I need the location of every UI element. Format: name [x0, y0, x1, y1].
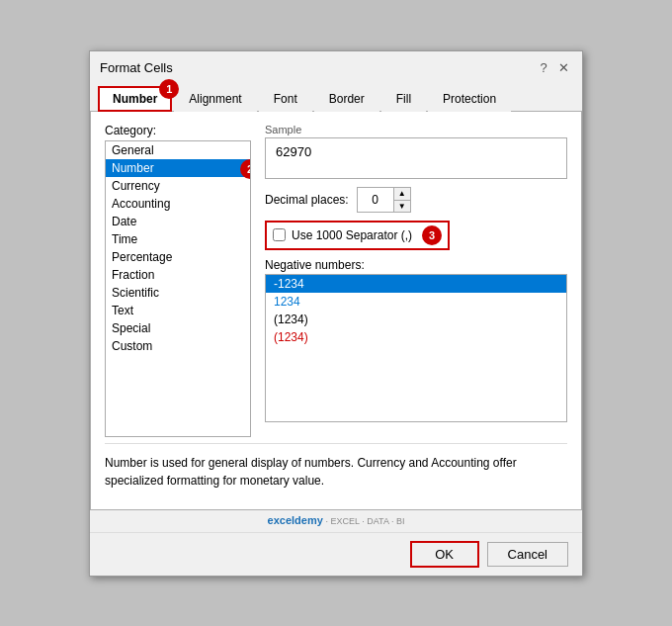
title-bar-left: Format Cells — [100, 60, 173, 75]
title-bar: Format Cells ? ✕ — [90, 51, 582, 81]
watermark: exceldemy · EXCEL · DATA · BI — [90, 510, 582, 532]
cancel-button[interactable]: Cancel — [487, 542, 568, 567]
category-item-special[interactable]: Special — [106, 319, 250, 337]
category-item-fraction[interactable]: Fraction — [106, 266, 250, 284]
neg-item-2[interactable]: (1234) — [266, 311, 566, 328]
button-bar: OK Cancel — [90, 532, 582, 576]
category-item-percentage[interactable]: Percentage — [106, 248, 250, 266]
tab-font[interactable]: Font — [259, 86, 312, 112]
separator-row: Use 1000 Separator (,) 3 — [265, 221, 450, 250]
tab-number[interactable]: Number 1 — [98, 86, 172, 112]
decimal-spinner[interactable]: ▲ ▼ — [357, 187, 411, 213]
spin-up-button[interactable]: ▲ — [394, 188, 410, 200]
category-item-time[interactable]: Time — [106, 230, 250, 248]
category-label: Category: — [105, 124, 251, 137]
spinner-buttons: ▲ ▼ — [393, 188, 410, 212]
tab-alignment[interactable]: Alignment — [174, 86, 256, 112]
decimal-input[interactable] — [358, 188, 393, 212]
neg-item-1[interactable]: 1234 — [266, 293, 566, 311]
options-section: Sample 62970 Decimal places: ▲ ▼ — [265, 124, 567, 437]
separator-checkbox[interactable] — [273, 228, 286, 241]
category-item-text[interactable]: Text — [106, 302, 250, 319]
category-item-scientific[interactable]: Scientific — [106, 284, 250, 302]
decimal-row: Decimal places: ▲ ▼ — [265, 187, 567, 213]
negative-section: Negative numbers: -1234 1234 (1234) (123… — [265, 258, 567, 422]
category-item-general[interactable]: General — [106, 141, 250, 159]
negative-label: Negative numbers: — [265, 258, 567, 272]
title-actions: ? ✕ — [535, 59, 572, 77]
main-layout: Category: General Number 2 Currency Acco… — [105, 124, 567, 437]
category-list[interactable]: General Number 2 Currency Accounting Dat… — [105, 140, 251, 437]
badge-three: 3 — [422, 225, 442, 245]
separator-label: Use 1000 Separator (,) — [292, 228, 412, 242]
tab-fill[interactable]: Fill — [381, 86, 426, 112]
brand-text: exceldemy — [268, 514, 323, 526]
category-item-accounting[interactable]: Accounting — [106, 195, 250, 213]
category-section: Category: General Number 2 Currency Acco… — [105, 124, 251, 437]
sample-label: Sample — [265, 124, 567, 135]
ok-button[interactable]: OK — [410, 541, 479, 568]
sample-box: 62970 — [265, 137, 567, 179]
sample-value: 62970 — [276, 144, 311, 159]
tab-border[interactable]: Border — [314, 86, 379, 112]
category-item-number[interactable]: Number 2 — [106, 159, 250, 177]
neg-item-3[interactable]: (1234) — [266, 328, 566, 346]
format-cells-dialog: Format Cells ? ✕ Number 1 Alignment Font… — [89, 50, 583, 577]
tab-bar: Number 1 Alignment Font Border Fill Prot… — [90, 81, 582, 112]
neg-item-0[interactable]: -1234 — [266, 275, 566, 293]
description-text: Number is used for general display of nu… — [105, 443, 567, 497]
category-item-custom[interactable]: Custom — [106, 337, 250, 355]
help-button[interactable]: ? — [535, 59, 552, 77]
sample-container: Sample 62970 — [265, 124, 567, 179]
badge-two: 2 — [240, 159, 251, 179]
content-area: Category: General Number 2 Currency Acco… — [90, 112, 582, 510]
close-button[interactable]: ✕ — [554, 59, 572, 77]
negative-list[interactable]: -1234 1234 (1234) (1234) — [265, 274, 567, 422]
decimal-label: Decimal places: — [265, 193, 349, 207]
tab-protection[interactable]: Protection — [428, 86, 511, 112]
badge-one: 1 — [159, 79, 179, 99]
category-item-currency[interactable]: Currency — [106, 177, 250, 195]
category-item-date[interactable]: Date — [106, 213, 250, 230]
spin-down-button[interactable]: ▼ — [394, 200, 410, 212]
dialog-title: Format Cells — [100, 60, 173, 75]
